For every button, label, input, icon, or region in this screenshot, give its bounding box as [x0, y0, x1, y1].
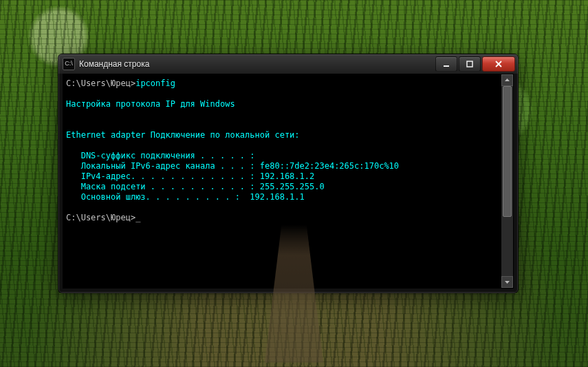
cursor: _	[135, 213, 140, 222]
scrollbar-thumb[interactable]	[503, 86, 512, 217]
command-prompt-window: C:\ Командная строка	[58, 54, 519, 293]
minimize-icon	[443, 61, 450, 67]
svg-rect-1	[467, 61, 472, 67]
window-titlebar[interactable]: C:\ Командная строка	[58, 54, 518, 74]
output-subnet-mask: Маска подсети . . . . . . . . . . : 255.…	[66, 182, 325, 191]
output-dns-suffix: DNS-суффикс подключения . . . . . :	[66, 151, 255, 160]
command-text: ipconfig	[135, 78, 175, 88]
output-gateway: Основной шлюз. . . . . . . . . : 192.168…	[66, 192, 305, 202]
output-ipv4: IPv4-адрес. . . . . . . . . . . . : 192.…	[66, 171, 314, 181]
scroll-up-button[interactable]	[501, 74, 513, 86]
window-control-buttons	[434, 56, 515, 72]
chevron-down-icon	[504, 279, 510, 285]
cmd-icon: C:\	[63, 58, 75, 70]
window-client-area: C:\Users\Юрец>ipconfig Настройка протоко…	[63, 74, 514, 289]
svg-rect-0	[444, 65, 449, 67]
terminal-output[interactable]: C:\Users\Юрец>ipconfig Настройка протоко…	[63, 74, 501, 288]
close-icon	[494, 61, 503, 67]
close-button[interactable]	[482, 56, 515, 72]
maximize-icon	[466, 61, 473, 67]
chevron-up-icon	[504, 77, 510, 83]
output-ipv6: Локальный IPv6-адрес канала . . . : fe80…	[66, 161, 399, 171]
window-title: Командная строка	[79, 59, 430, 69]
output-adapter: Ethernet adapter Подключение по локально…	[66, 130, 300, 140]
vertical-scrollbar[interactable]	[501, 74, 513, 288]
desktop-wallpaper: C:\ Командная строка	[0, 0, 588, 367]
scroll-down-button[interactable]	[501, 276, 513, 288]
minimize-button[interactable]	[435, 56, 457, 72]
output-heading: Настройка протокола IP для Windows	[66, 99, 235, 109]
maximize-button[interactable]	[459, 56, 481, 72]
prompt-path: C:\Users\Юрец>	[66, 213, 135, 222]
prompt-path: C:\Users\Юрец>	[66, 78, 135, 88]
